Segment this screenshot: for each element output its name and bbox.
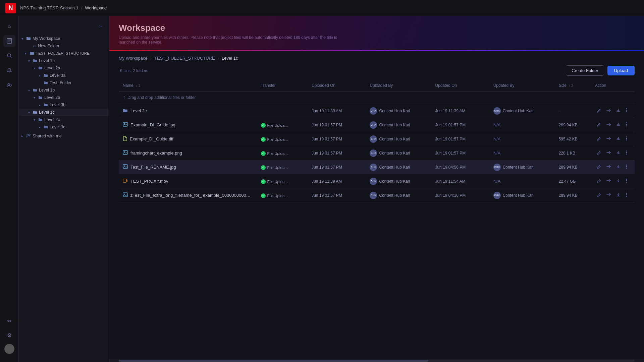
more-button[interactable] (624, 177, 629, 185)
download-button[interactable] (614, 107, 622, 115)
more-button[interactable] (624, 135, 629, 143)
tree-level-3a[interactable]: ▸ Level 3a (19, 72, 109, 79)
file-name-cell[interactable]: TEST_PROXY.mov (119, 174, 257, 188)
tree-level-1b[interactable]: ▾ Level 1b (19, 86, 109, 94)
svg-point-42 (626, 182, 627, 183)
share-button[interactable] (605, 164, 612, 171)
tree-level-1a[interactable]: ▾ Level 1a (19, 57, 109, 64)
file-name-text: zTest_File_extra_long_filename_for_ exam… (130, 193, 253, 198)
topbar-project[interactable]: NPS Training TEST: Season 1 (20, 5, 78, 10)
action-cell (591, 146, 635, 160)
tree-my-workspace-label: My Workspace (33, 36, 60, 41)
download-button[interactable] (614, 149, 622, 157)
share-button[interactable] (605, 178, 612, 185)
sidebar-home-btn[interactable]: ⌂ (3, 20, 15, 32)
file-type-icon (123, 108, 128, 114)
tree-new-folder[interactable]: ▭ New Folder (19, 42, 109, 50)
more-button[interactable] (624, 149, 629, 157)
tree-test-folder-structure[interactable]: ▾ TEST_FOLDER_STRUCTURE (19, 50, 109, 57)
size-cell: 289.94 KB (555, 188, 591, 202)
sidebar-notifications-btn[interactable] (3, 64, 15, 76)
table-row[interactable]: Example_DI_Guide.jpg ✓File Uploa... Jun … (119, 118, 635, 132)
more-button[interactable] (624, 191, 629, 199)
svg-rect-26 (123, 150, 127, 155)
uploaded-on-cell: Jun 19 01:57 PM (308, 118, 366, 132)
file-name-cell[interactable]: Level 2c (119, 104, 257, 118)
transfer-cell: ✓File Uploa... (257, 160, 308, 174)
table-row[interactable]: TEST_PROXY.mov ✓File Uploa... Jun 19 11:… (119, 174, 635, 188)
col-updated-on[interactable]: Updated On (431, 80, 489, 92)
download-button[interactable] (614, 192, 622, 199)
user-name: Content Hub Karl (379, 179, 410, 184)
share-button[interactable] (605, 149, 612, 157)
rename-button[interactable] (595, 178, 603, 185)
uploaded-by-cell: CHKContent Hub Karl (366, 188, 431, 202)
tree-shared-label: Shared with me (33, 134, 62, 138)
more-button[interactable] (624, 121, 629, 129)
tree-level-2a[interactable]: ▾ Level 2a (19, 64, 109, 72)
tree-level-2b[interactable]: ▾ Level 2b (19, 94, 109, 101)
rename-button[interactable] (595, 149, 603, 157)
sidebar-files-btn[interactable] (3, 35, 15, 47)
tree-level-3b[interactable]: ▸ Level 3b (19, 101, 109, 109)
tree-my-workspace[interactable]: ▾ My Workspace (19, 35, 109, 42)
user-avatar-btn[interactable] (4, 344, 14, 354)
tree-shared-with-me[interactable]: ▸ Shared with me (19, 132, 109, 140)
upload-button[interactable]: Upload (607, 66, 635, 75)
more-button[interactable] (624, 163, 629, 171)
share-button[interactable] (605, 192, 612, 199)
svg-point-33 (124, 166, 125, 167)
transfer-cell: ✓File Uploa... (257, 132, 308, 146)
download-button[interactable] (614, 135, 622, 143)
bottom-scrollbar[interactable] (109, 359, 644, 362)
sidebar-search-btn[interactable] (3, 50, 15, 62)
sidebar-settings-btn[interactable]: ⚙ (3, 329, 15, 341)
col-name[interactable]: Name ↕ 1 (119, 80, 257, 92)
col-transfer[interactable]: Transfer (257, 80, 308, 92)
file-name-cell[interactable]: Example_DI_Guide.jpg (119, 118, 257, 132)
col-uploaded-on[interactable]: Uploaded On (308, 80, 366, 92)
tree-test-folder[interactable]: Test_Folder (19, 79, 109, 86)
file-table-container[interactable]: Name ↕ 1 Transfer Uploaded On Uploaded B… (109, 80, 644, 359)
col-updated-by[interactable]: Updated By (489, 80, 555, 92)
rename-button[interactable] (595, 192, 603, 199)
col-size[interactable]: Size ↕ 2 (555, 80, 591, 92)
breadcrumb-test-folder[interactable]: TEST_FOLDER_STRUCTURE (154, 56, 215, 61)
tree-level-2c[interactable]: ▾ Level 2c (19, 116, 109, 123)
sidebar-team-btn[interactable] (3, 79, 15, 91)
download-button[interactable] (614, 178, 622, 185)
user-name: Content Hub Karl (379, 165, 410, 170)
table-row[interactable]: Level 2c Jun 19 11:39 AM CHKContent Hub … (119, 104, 635, 118)
rename-button[interactable] (595, 107, 603, 115)
table-row[interactable]: zTest_File_extra_long_filename_for_ exam… (119, 188, 635, 202)
file-name-cell[interactable]: Test_File_RENAME.jpg (119, 160, 257, 174)
tree-level-3c[interactable]: ▸ Level 3c (19, 123, 109, 131)
share-button[interactable] (605, 107, 612, 115)
transfer-status: ✓File Uploa... (261, 151, 288, 156)
file-name-cell[interactable]: framingchart_example.png (119, 146, 257, 160)
table-header-row: Name ↕ 1 Transfer Uploaded On Uploaded B… (119, 80, 635, 92)
share-button[interactable] (605, 121, 612, 129)
breadcrumb-my-workspace[interactable]: My Workspace (119, 56, 148, 61)
file-name-cell[interactable]: Example_DI_Guide.tiff (119, 132, 257, 146)
table-row[interactable]: Example_DI_Guide.tiff ✓File Uploa... Jun… (119, 132, 635, 146)
create-folder-button[interactable]: Create Folder (566, 65, 604, 76)
download-button[interactable] (614, 164, 622, 171)
table-row[interactable]: framingchart_example.png ✓File Uploa... … (119, 146, 635, 160)
file-count: 6 files, 2 folders (119, 68, 148, 73)
col-uploaded-by[interactable]: Uploaded By (366, 80, 431, 92)
tree-level-1c[interactable]: ▾ Level 1c (19, 109, 109, 116)
rename-button[interactable] (595, 121, 603, 129)
transfer-status: ✓File Uploa... (261, 165, 288, 170)
scrollbar-thumb[interactable] (119, 360, 428, 362)
tree-collapse-btn[interactable]: ⇦ (94, 20, 106, 32)
share-button[interactable] (605, 135, 612, 143)
sidebar-expand-btn[interactable]: ⇔ (3, 314, 15, 326)
more-button[interactable] (624, 107, 629, 115)
file-name-cell[interactable]: zTest_File_extra_long_filename_for_ exam… (119, 188, 257, 202)
rename-button[interactable] (595, 135, 603, 143)
table-row[interactable]: Test_File_RENAME.jpg ✓File Uploa... Jun … (119, 160, 635, 174)
rename-button[interactable] (595, 164, 603, 171)
topbar-sep: / (81, 5, 83, 10)
download-button[interactable] (614, 121, 622, 129)
